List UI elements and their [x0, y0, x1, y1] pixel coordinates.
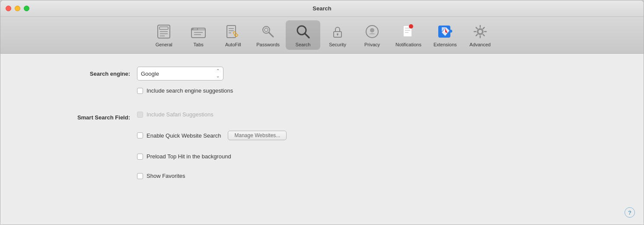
tab-tabs[interactable]: Tabs — [181, 20, 216, 50]
svg-line-16 — [269, 32, 273, 37]
extensions-icon — [437, 23, 454, 40]
security-icon — [329, 23, 346, 40]
include-suggestions-label: Include search engine suggestions — [147, 87, 233, 94]
traffic-lights — [6, 6, 29, 11]
help-button[interactable]: ? — [625, 207, 635, 218]
preload-row: Preload Top Hit in the background — [0, 153, 644, 166]
toolbar: General Tabs — [0, 17, 644, 54]
svg-point-17 — [265, 28, 268, 32]
tab-search-label: Search — [296, 42, 311, 47]
search-engine-row: Search engine: Google — [0, 67, 644, 80]
svg-line-19 — [305, 33, 309, 38]
svg-rect-33 — [450, 30, 452, 32]
preload-label: Preload Top Hit in the background — [147, 153, 231, 160]
svg-point-34 — [478, 29, 482, 34]
tab-passwords-label: Passwords — [256, 42, 280, 47]
passwords-icon — [259, 23, 277, 40]
tab-general-label: General — [156, 42, 172, 47]
tab-advanced[interactable]: Advanced — [463, 20, 497, 50]
tab-privacy[interactable]: Privacy — [355, 20, 389, 50]
preload-checkbox[interactable] — [137, 154, 143, 160]
title-bar: Search — [0, 0, 644, 17]
search-engine-value: Google — [141, 71, 159, 77]
show-favorites-label: Show Favorites — [147, 173, 185, 179]
minimize-button[interactable] — [15, 6, 20, 11]
tab-passwords[interactable]: Passwords — [250, 20, 286, 50]
tab-advanced-label: Advanced — [469, 42, 491, 47]
tab-privacy-label: Privacy — [364, 42, 380, 47]
close-button[interactable] — [6, 6, 11, 11]
search-engine-label: Search engine: — [44, 71, 130, 77]
include-safari-row: Include Safari Suggestions — [137, 111, 214, 118]
tab-extensions[interactable]: Extensions — [427, 20, 463, 50]
svg-point-29 — [409, 24, 413, 29]
quick-search-checkbox-row: Enable Quick Website Search Manage Websi… — [137, 131, 287, 140]
tab-extensions-label: Extensions — [434, 42, 457, 47]
include-suggestions-row: Include search engine suggestions — [0, 87, 644, 100]
preload-checkbox-row: Preload Top Hit in the background — [137, 153, 231, 160]
smart-search-label: Smart Search Field: — [44, 114, 130, 121]
dropdown-arrow-icon — [216, 69, 220, 78]
include-suggestions-checkbox-row: Include search engine suggestions — [137, 87, 233, 94]
show-favorites-checkbox[interactable] — [137, 173, 143, 179]
quick-search-label: Enable Quick Website Search — [147, 132, 221, 139]
tab-search[interactable]: Search — [286, 20, 320, 50]
include-safari-checkbox[interactable] — [137, 112, 143, 118]
window-title: Search — [312, 5, 331, 12]
content-area: Search engine: Google Include search eng… — [0, 54, 644, 225]
general-icon — [155, 23, 172, 40]
maximize-button[interactable] — [24, 6, 29, 11]
autofill-icon — [224, 23, 242, 40]
quick-search-checkbox[interactable] — [137, 132, 143, 138]
tab-autofill-label: AutoFill — [225, 42, 241, 47]
tab-security[interactable]: Security — [320, 20, 355, 50]
tab-general[interactable]: General — [147, 20, 181, 50]
svg-rect-22 — [337, 34, 338, 35]
search-icon — [294, 23, 312, 40]
tabs-icon — [190, 23, 207, 40]
manage-websites-button[interactable]: Manage Websites... — [228, 131, 287, 140]
tab-tabs-label: Tabs — [194, 42, 204, 47]
tab-autofill[interactable]: AutoFill — [216, 20, 250, 50]
svg-point-24 — [370, 28, 374, 32]
window: Search General — [0, 0, 644, 225]
advanced-icon — [472, 23, 489, 40]
svg-rect-1 — [159, 27, 168, 29]
tab-notifications[interactable]: Notifications — [389, 20, 427, 50]
search-engine-dropdown[interactable]: Google — [137, 67, 223, 80]
show-favorites-row: Show Favorites — [0, 173, 644, 185]
include-suggestions-checkbox[interactable] — [137, 88, 143, 94]
smart-search-row: Smart Search Field: Include Safari Sugge… — [0, 111, 644, 124]
show-favorites-checkbox-row: Show Favorites — [137, 173, 185, 179]
include-safari-label: Include Safari Suggestions — [147, 111, 214, 118]
tab-notifications-label: Notifications — [395, 42, 421, 47]
quick-search-row: Enable Quick Website Search Manage Websi… — [0, 131, 644, 146]
privacy-icon — [363, 23, 381, 40]
notifications-icon — [400, 23, 417, 40]
tab-security-label: Security — [329, 42, 346, 47]
